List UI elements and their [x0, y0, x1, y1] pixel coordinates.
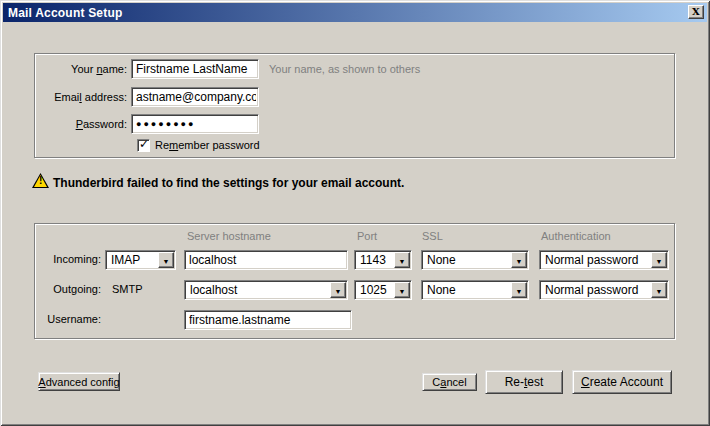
chevron-down-icon: ▼: [516, 257, 523, 264]
outgoing-port-value: 1025: [360, 283, 387, 297]
warning-exclamation: !: [39, 176, 42, 186]
incoming-label: Incoming:: [35, 253, 101, 265]
retest-label: Re-test: [505, 375, 544, 389]
window-title: Mail Account Setup: [3, 6, 123, 20]
servers-groupbox: Server hostname Port SSL Authentication …: [34, 223, 675, 339]
dropdown-arrow-button[interactable]: ▼: [511, 282, 527, 298]
outgoing-ssl-select[interactable]: None ▼: [421, 280, 529, 300]
password-label: Password:: [35, 118, 127, 130]
chevron-down-icon: ▼: [656, 287, 663, 294]
chevron-down-icon: ▼: [399, 257, 406, 264]
advanced-config-label: Advanced config: [38, 376, 119, 388]
chevron-down-icon: ▼: [163, 257, 170, 264]
outgoing-label: Outgoing:: [35, 283, 101, 295]
warning-icon: !: [32, 173, 49, 188]
retest-button[interactable]: Re-test: [485, 370, 563, 394]
dropdown-arrow-button[interactable]: ▼: [511, 252, 527, 268]
remember-password-label: Remember password: [155, 139, 260, 151]
chevron-down-icon: ▼: [516, 287, 523, 294]
outgoing-auth-select[interactable]: Normal password ▼: [539, 280, 669, 300]
dropdown-arrow-button[interactable]: ▼: [330, 282, 346, 298]
name-hint-text: Your name, as shown to others: [269, 63, 420, 75]
titlebar[interactable]: Mail Account Setup X: [3, 3, 707, 22]
cancel-button[interactable]: Cancel: [422, 373, 477, 391]
create-account-label: Create Account: [581, 375, 663, 389]
incoming-auth-select[interactable]: Normal password ▼: [539, 250, 669, 270]
warning-message: Thunderbird failed to find the settings …: [53, 176, 404, 190]
outgoing-port-select[interactable]: 1025 ▼: [354, 280, 412, 300]
incoming-hostname-input[interactable]: [184, 250, 348, 270]
incoming-protocol-select[interactable]: IMAP ▼: [105, 250, 176, 270]
dropdown-arrow-button[interactable]: ▼: [394, 282, 410, 298]
incoming-port-value: 1143: [360, 253, 386, 267]
outgoing-hostname-value: localhost: [190, 283, 237, 297]
advanced-config-button[interactable]: Advanced config: [38, 372, 120, 391]
incoming-ssl-value: None: [427, 253, 456, 267]
column-header-authentication: Authentication: [541, 230, 611, 242]
checkmark-icon: ✓: [139, 137, 149, 151]
chevron-down-icon: ▼: [335, 287, 342, 294]
chevron-down-icon: ▼: [399, 287, 406, 294]
incoming-port-select[interactable]: 1143 ▼: [354, 250, 412, 270]
remember-password-checkbox[interactable]: ✓: [137, 139, 150, 152]
email-address-label: Email address:: [35, 91, 127, 103]
create-account-button[interactable]: Create Account: [572, 370, 672, 394]
outgoing-hostname-combobox[interactable]: localhost ▼: [184, 280, 348, 300]
cancel-label: Cancel: [432, 376, 466, 388]
identity-groupbox: Your name: Your name, as shown to others…: [34, 53, 675, 158]
email-address-input[interactable]: [131, 87, 259, 107]
your-name-label: Your name:: [35, 63, 127, 75]
column-header-port: Port: [357, 230, 377, 242]
dropdown-arrow-button[interactable]: ▼: [394, 252, 410, 268]
outgoing-auth-value: Normal password: [545, 283, 638, 297]
dropdown-arrow-button[interactable]: ▼: [651, 252, 667, 268]
dropdown-arrow-button[interactable]: ▼: [651, 282, 667, 298]
dropdown-arrow-button[interactable]: ▼: [158, 252, 174, 268]
your-name-input[interactable]: [131, 59, 259, 79]
incoming-auth-value: Normal password: [545, 253, 638, 267]
outgoing-ssl-value: None: [427, 283, 456, 297]
column-header-ssl: SSL: [422, 230, 443, 242]
username-input[interactable]: [184, 310, 352, 330]
close-icon: X: [692, 7, 700, 17]
incoming-protocol-value: IMAP: [111, 253, 140, 267]
close-button[interactable]: X: [688, 5, 704, 19]
incoming-ssl-select[interactable]: None ▼: [421, 250, 529, 270]
password-input[interactable]: [131, 114, 259, 134]
outgoing-protocol-text: SMTP: [112, 283, 143, 295]
username-label: Username:: [35, 313, 101, 325]
chevron-down-icon: ▼: [656, 257, 663, 264]
mail-account-setup-dialog: Mail Account Setup X Your name: Your nam…: [0, 0, 710, 426]
column-header-hostname: Server hostname: [187, 230, 271, 242]
